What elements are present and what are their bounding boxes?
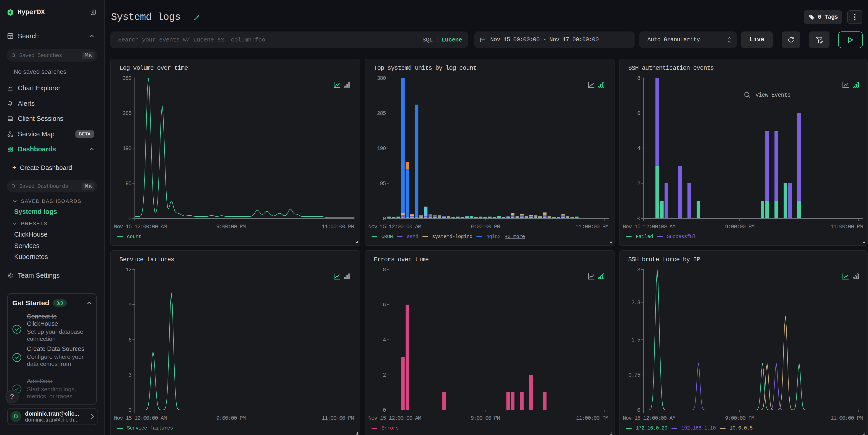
svg-text:6: 6	[637, 110, 640, 117]
svg-text:SSH brute force by IP: SSH brute force by IP	[628, 256, 700, 263]
svg-text:12: 12	[125, 267, 131, 273]
svg-text:8: 8	[637, 75, 640, 82]
svg-text:6: 6	[383, 302, 386, 308]
svg-text:4: 4	[383, 337, 386, 343]
svg-text:0: 0	[128, 407, 131, 413]
svg-text:Nov 15 12:00:00 AM: Nov 15 12:00:00 AM	[368, 415, 421, 421]
svg-text:Service failures: Service failures	[119, 256, 174, 263]
svg-text:285: 285	[377, 110, 386, 117]
svg-text:95: 95	[380, 181, 386, 187]
svg-text:Nov 15 12:00:00 AM: Nov 15 12:00:00 AM	[114, 415, 167, 421]
svg-text:Nov 15 12:00:00 AM: Nov 15 12:00:00 AM	[623, 224, 675, 230]
svg-text:95: 95	[125, 181, 131, 187]
svg-text:4: 4	[637, 146, 640, 152]
svg-text:Log volume over time: Log volume over time	[119, 65, 188, 71]
svg-text:Nov 15 12:00:00 AM: Nov 15 12:00:00 AM	[623, 415, 675, 421]
svg-text:2.3: 2.3	[631, 300, 640, 306]
svg-text:0: 0	[383, 216, 386, 222]
svg-text:Errors over time: Errors over time	[374, 256, 429, 263]
svg-text:9:00:00 PM: 9:00:00 PM	[725, 224, 754, 230]
svg-text:Top systemd units by log count: Top systemd units by log count	[374, 65, 476, 71]
svg-text:0: 0	[383, 407, 386, 413]
svg-text:3: 3	[128, 372, 131, 378]
svg-text:2: 2	[383, 372, 386, 378]
svg-text:Nov 15 12:00:00 AM: Nov 15 12:00:00 AM	[368, 224, 421, 230]
svg-text:190: 190	[123, 146, 131, 152]
svg-text:11:00:00 PM: 11:00:00 PM	[321, 224, 354, 230]
svg-text:9:00:00 PM: 9:00:00 PM	[216, 224, 246, 230]
svg-text:8: 8	[383, 267, 386, 273]
svg-text:11:00:00 PM: 11:00:00 PM	[576, 224, 608, 230]
svg-text:9:00:00 PM: 9:00:00 PM	[216, 415, 246, 421]
svg-text:11:00:00 PM: 11:00:00 PM	[830, 415, 863, 421]
svg-text:11:00:00 PM: 11:00:00 PM	[321, 415, 354, 421]
svg-text:11:00:00 PM: 11:00:00 PM	[830, 224, 863, 230]
svg-text:Nov 15 12:00:00 AM: Nov 15 12:00:00 AM	[114, 224, 167, 230]
svg-text:0: 0	[128, 216, 131, 222]
svg-text:9: 9	[128, 302, 131, 308]
svg-text:SSH authentication events: SSH authentication events	[628, 65, 714, 71]
svg-text:0: 0	[637, 216, 640, 222]
svg-text:9:00:00 PM: 9:00:00 PM	[471, 415, 500, 421]
svg-text:190: 190	[377, 146, 386, 152]
svg-text:0: 0	[637, 407, 640, 413]
svg-text:380: 380	[377, 75, 386, 82]
svg-text:380: 380	[123, 75, 131, 82]
svg-text:6: 6	[128, 337, 131, 343]
svg-text:3: 3	[637, 267, 640, 273]
svg-text:285: 285	[123, 110, 131, 117]
svg-text:0.75: 0.75	[628, 372, 640, 378]
svg-text:2: 2	[637, 181, 640, 187]
svg-text:9:00:00 PM: 9:00:00 PM	[471, 224, 500, 230]
svg-text:1.5: 1.5	[631, 337, 640, 343]
svg-text:9:00:00 PM: 9:00:00 PM	[725, 415, 754, 421]
svg-text:11:00:00 PM: 11:00:00 PM	[576, 415, 608, 421]
